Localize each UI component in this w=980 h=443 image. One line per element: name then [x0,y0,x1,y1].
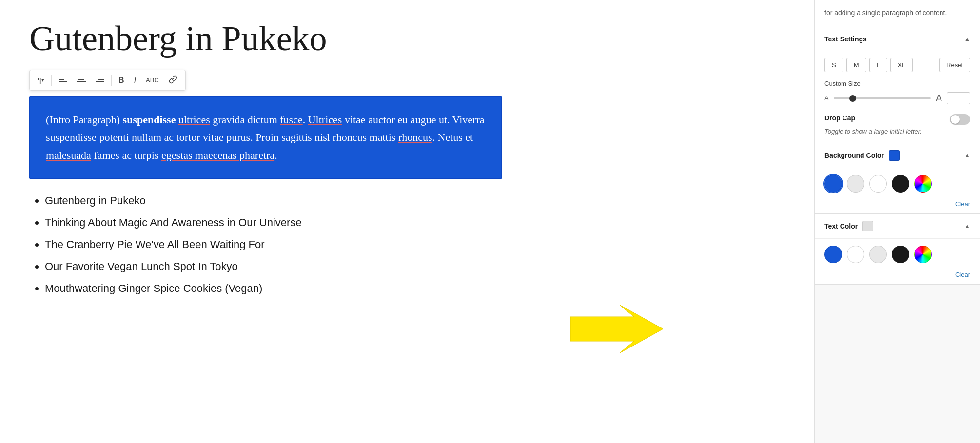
strikethrough-icon: ABC [146,77,159,84]
bg-color-left: Background Color [824,150,900,161]
size-slider[interactable] [834,97,931,99]
paragraph-icon: ¶ [38,76,41,84]
sidebar-description: for adding a single paragraph of content… [815,0,980,28]
svg-marker-9 [570,305,663,353]
text-swatch-white[interactable] [847,246,864,263]
text-swatch-light-gray[interactable] [869,246,887,263]
toolbar-divider-1 [51,75,52,86]
align-right-icon [96,76,104,84]
list-item: Gutenberg in Pukeko [45,193,468,209]
bg-clear-link[interactable]: Clear [815,199,980,213]
link-button[interactable] [165,72,181,88]
text-color-section: Text Color ▲ Clear [815,214,980,285]
text-color-swatches [815,239,980,270]
text-color-title: Text Color [824,222,858,230]
size-s-button[interactable]: S [824,58,843,72]
text-settings-content: S M L XL Reset Custom Size A A Drop Cap [815,50,980,143]
reset-size-button[interactable]: Reset [939,58,970,72]
paragraph-content[interactable]: (Intro Paragraph) suspendisse ultrices g… [46,111,486,164]
drop-cap-label: Drop Cap [824,114,855,122]
text-clear-link[interactable]: Clear [815,270,980,284]
bg-swatch-white[interactable] [869,175,887,193]
custom-size-label: Custom Size [824,80,970,87]
text-settings-title: Text Settings [824,35,867,43]
text-swatch-black[interactable] [892,246,909,263]
paragraph-type-button[interactable]: ¶ ▾ [34,73,48,87]
size-large-a-label: A [936,93,942,104]
list-item: The Cranberry Pie We've All Been Waiting… [45,236,468,252]
text-swatch-gradient[interactable] [914,246,932,263]
strikethrough-button[interactable]: ABC [142,74,163,87]
list-item: Mouthwatering Ginger Spice Cookies (Vega… [45,280,468,296]
align-center-icon [77,76,86,84]
dropdown-arrow: ▾ [41,77,44,83]
text-settings-section: Text Settings ▲ S M L XL Reset Custom Si… [815,28,980,143]
drop-cap-description: Toggle to show a large initial letter. [824,128,970,135]
list-item: Thinking About Magic And Awareness in Ou… [45,214,468,231]
link-icon [169,75,177,85]
bold-icon: B [118,76,124,85]
page-title: Gutenberg in Pukeko [29,19,785,58]
size-m-button[interactable]: M [846,58,866,72]
background-color-indicator [889,150,900,161]
arrow-annotation [570,305,663,355]
italic-button[interactable]: I [130,73,140,88]
text-color-header[interactable]: Text Color ▲ [815,214,980,239]
list-block: Gutenberg in Pukeko Thinking About Magic… [29,193,468,296]
bg-swatch-black[interactable] [892,175,909,193]
align-left-button[interactable] [55,73,71,87]
background-color-header[interactable]: Background Color ▲ [815,143,980,168]
align-left-icon [59,76,67,84]
background-color-section: Background Color ▲ Clear [815,143,980,214]
toggle-knob [951,115,960,124]
size-small-a-label: A [824,95,829,102]
bold-button[interactable]: B [115,73,128,88]
size-l-button[interactable]: L [869,58,887,72]
editor-area: Gutenberg in Pukeko ¶ ▾ B I [0,0,814,443]
paragraph-block[interactable]: (Intro Paragraph) suspendisse ultrices g… [29,96,502,179]
sidebar: for adding a single paragraph of content… [814,0,980,443]
toolbar-divider-2 [111,75,112,86]
drop-cap-row: Drop Cap [824,112,970,125]
text-color-indicator [862,221,873,231]
text-swatch-blue[interactable] [824,246,842,263]
text-color-left: Text Color [824,221,873,231]
bg-swatch-gradient[interactable] [914,175,932,193]
bg-swatch-light-gray[interactable] [847,175,864,193]
background-color-chevron: ▲ [964,152,970,159]
background-color-title: Background Color [824,152,884,159]
italic-icon: I [134,76,136,85]
text-settings-header[interactable]: Text Settings ▲ [815,28,980,50]
text-settings-chevron: ▲ [964,36,970,42]
align-right-button[interactable] [92,73,108,87]
list-item: Our Favorite Vegan Lunch Spot In Tokyo [45,258,468,274]
align-center-button[interactable] [73,73,90,87]
block-toolbar: ¶ ▾ B I ABC [29,70,186,91]
size-buttons-row: S M L XL Reset [824,58,970,72]
text-color-chevron: ▲ [964,223,970,230]
bg-swatch-blue[interactable] [824,175,842,193]
background-color-swatches [815,168,980,199]
size-xl-button[interactable]: XL [890,58,913,72]
drop-cap-toggle[interactable] [950,114,970,125]
slider-row: A A [824,92,970,104]
slider-thumb [849,95,856,102]
size-value-input[interactable] [947,92,970,104]
